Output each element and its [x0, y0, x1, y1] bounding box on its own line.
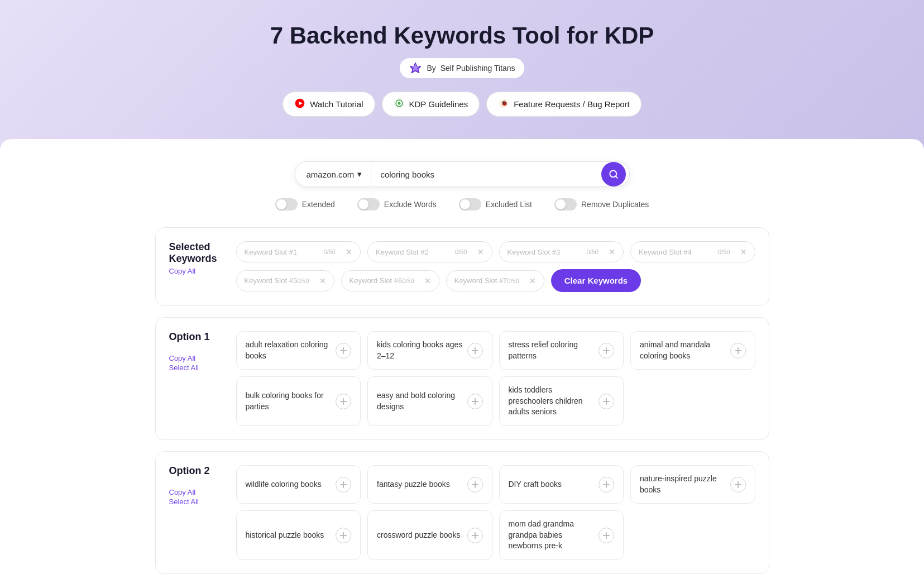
toggles-section: Extended Exclude Words Excluded List Rem…	[11, 198, 913, 211]
option2-copy-all[interactable]: Copy All	[169, 488, 199, 496]
header: 7 Backend Keywords Tool for KDP By Self …	[0, 0, 924, 150]
slot-close-7[interactable]: ✕	[529, 276, 536, 285]
option1-section: Option 1 Copy All Select All adult relax…	[155, 317, 769, 440]
slot-counter-7: 0/50	[507, 278, 519, 284]
toggle-label-remove-duplicates: Remove Duplicates	[581, 200, 649, 209]
selected-keywords-side: SelectedKeywords Copy All	[169, 241, 225, 275]
nav-btn-feature-requests[interactable]: 🐞 Feature Requests / Bug Report	[486, 92, 641, 117]
copy-all-button[interactable]: Copy All	[169, 267, 225, 275]
keyword-item: easy and bold coloring designs	[367, 376, 492, 426]
svg-line-10	[615, 176, 617, 178]
slot-placeholder-4: Keyword Slot #4	[639, 248, 692, 256]
toggle-item-extended: Extended	[275, 198, 335, 211]
keyword-slot-1[interactable]: Keyword Slot #1 0/50 ✕	[236, 241, 361, 262]
plus-icon	[602, 481, 610, 489]
slot-close-3[interactable]: ✕	[609, 247, 615, 256]
slot-counter-4: 0/50	[718, 248, 730, 255]
slot-close-6[interactable]: ✕	[424, 276, 431, 285]
option2-section: Option 2 Copy All Select All wildlife co…	[155, 451, 769, 574]
toggle-exclude-words[interactable]	[357, 198, 380, 211]
keyword-item: crossword puzzle books	[367, 510, 492, 560]
keyword-slot-3[interactable]: Keyword Slot #3 0/50 ✕	[499, 241, 624, 262]
add-keyword-button[interactable]	[336, 394, 351, 409]
slot-counter-1: 0/50	[324, 248, 336, 255]
keyword-text: animal and mandala coloring books	[640, 339, 726, 361]
feature-requests-icon: 🐞	[498, 98, 509, 111]
keyword-item: nature-inspired puzzle books	[630, 465, 755, 504]
slot-close-4[interactable]: ✕	[740, 247, 747, 256]
watch-tutorial-icon	[294, 98, 305, 111]
keyword-text: fantasy puzzle books	[377, 479, 463, 490]
add-keyword-button[interactable]	[599, 528, 614, 543]
toggle-extended[interactable]	[275, 198, 298, 211]
nav-buttons: Watch Tutorial KDP Guidelines🐞 Feature R…	[11, 92, 913, 117]
options-container: Option 1 Copy All Select All adult relax…	[11, 317, 913, 574]
domain-chevron-icon: ▾	[357, 169, 362, 179]
nav-btn-kdp-guidelines[interactable]: KDP Guidelines	[382, 92, 480, 117]
slots-row2: Keyword Slot #5 0/50 ✕ Keyword Slot #6 0…	[236, 269, 755, 292]
keyword-slot-6[interactable]: Keyword Slot #6 0/50 ✕	[341, 270, 439, 291]
keyword-text: DIY craft books	[509, 479, 595, 490]
slots-row1: Keyword Slot #1 0/50 ✕ Keyword Slot #2 0…	[236, 241, 755, 262]
option2-select-all[interactable]: Select All	[169, 498, 199, 506]
add-keyword-button[interactable]	[730, 343, 746, 358]
keyword-slot-5[interactable]: Keyword Slot #5 0/50 ✕	[236, 270, 334, 291]
slot-counter-5: 0/50	[297, 278, 309, 284]
plus-icon	[602, 347, 610, 355]
add-keyword-button[interactable]	[467, 477, 483, 492]
add-keyword-button[interactable]	[467, 343, 483, 358]
add-keyword-button[interactable]	[599, 477, 614, 492]
add-keyword-button[interactable]	[730, 477, 746, 492]
domain-selector[interactable]: amazon.com ▾	[295, 162, 372, 186]
clear-keywords-button[interactable]: Clear Keywords	[551, 269, 641, 292]
keyword-text: wildlife coloring books	[246, 479, 332, 490]
keyword-slot-4[interactable]: Keyword Slot #4 0/50 ✕	[630, 241, 755, 262]
add-keyword-button[interactable]	[599, 394, 614, 409]
add-keyword-button[interactable]	[599, 343, 614, 358]
nav-btn-watch-tutorial[interactable]: Watch Tutorial	[283, 92, 375, 117]
option1-select-all[interactable]: Select All	[169, 363, 199, 372]
plus-icon	[471, 532, 479, 539]
search-icon	[609, 169, 619, 179]
brand-logo-icon	[409, 61, 422, 75]
option1-label: Option 1	[169, 331, 225, 343]
toggle-item-excluded-list: Excluded List	[459, 198, 532, 211]
main-content: amazon.com ▾ Extended Exclude Words Excl…	[0, 139, 924, 574]
search-bar: amazon.com ▾	[295, 161, 630, 187]
keyword-item: adult relaxation coloring books	[236, 331, 361, 370]
keyword-text: bulk coloring books for parties	[246, 390, 332, 412]
toggle-remove-duplicates[interactable]	[554, 198, 577, 211]
plus-icon	[734, 347, 742, 355]
slot-close-1[interactable]: ✕	[346, 247, 352, 256]
keyword-text: stress relief coloring patterns	[509, 339, 595, 361]
keyword-text: kids toddlers preschoolers children adul…	[509, 385, 595, 418]
search-input[interactable]	[371, 163, 601, 186]
slot-placeholder-7: Keyword Slot #7	[454, 276, 508, 285]
add-keyword-button[interactable]	[467, 528, 483, 543]
toggle-item-exclude-words: Exclude Words	[357, 198, 437, 211]
keyword-slot-2[interactable]: Keyword Slot #2 0/50 ✕	[367, 241, 492, 262]
keyword-item: fantasy puzzle books	[367, 465, 492, 504]
toggle-item-remove-duplicates: Remove Duplicates	[554, 198, 649, 211]
slot-counter-3: 0/50	[587, 248, 599, 255]
keyword-text: nature-inspired puzzle books	[640, 473, 726, 495]
toggle-label-excluded-list: Excluded List	[486, 200, 532, 209]
add-keyword-button[interactable]	[336, 477, 351, 492]
add-keyword-button[interactable]	[336, 343, 351, 358]
search-button[interactable]	[601, 162, 626, 186]
option1-copy-all[interactable]: Copy All	[169, 354, 199, 362]
keyword-text: kids coloring books ages 2–12	[377, 339, 463, 361]
add-keyword-button[interactable]	[467, 394, 483, 409]
svg-point-6	[398, 102, 400, 105]
toggle-excluded-list[interactable]	[459, 198, 481, 211]
slot-close-2[interactable]: ✕	[477, 247, 484, 256]
svg-text:🐞: 🐞	[501, 99, 508, 107]
slot-close-5[interactable]: ✕	[319, 276, 326, 285]
plus-icon	[602, 398, 610, 405]
add-keyword-button[interactable]	[336, 528, 351, 543]
slots-container: Keyword Slot #1 0/50 ✕ Keyword Slot #2 0…	[236, 241, 755, 292]
plus-icon	[471, 481, 479, 489]
slot-placeholder-5: Keyword Slot #5	[245, 276, 298, 285]
keyword-slot-7[interactable]: Keyword Slot #7 0/50 ✕	[446, 270, 544, 291]
plus-icon	[339, 347, 347, 355]
